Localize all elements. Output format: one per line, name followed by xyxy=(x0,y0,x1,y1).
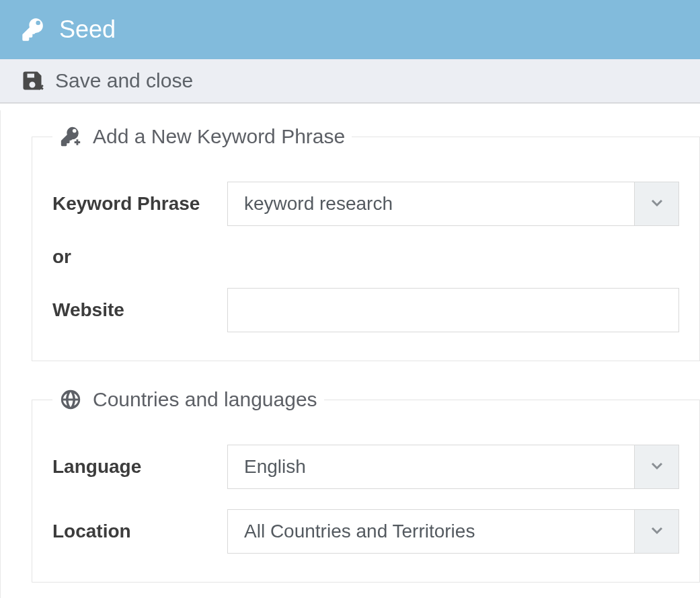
keyword-phrase-legend-text: Add a New Keyword Phrase xyxy=(93,125,345,148)
website-input[interactable] xyxy=(227,288,679,332)
key-plus-icon xyxy=(59,125,82,148)
keyword-phrase-row: Keyword Phrase keyword research xyxy=(52,182,679,226)
or-label: or xyxy=(52,246,71,268)
countries-languages-legend: Countries and languages xyxy=(52,388,324,411)
keyword-phrase-label: Keyword Phrase xyxy=(52,193,227,215)
chevron-down-icon xyxy=(649,457,665,476)
location-row: Location All Countries and Territories xyxy=(52,509,679,554)
keyword-phrase-value[interactable]: keyword research xyxy=(228,182,634,225)
chevron-down-icon xyxy=(649,194,665,213)
save-and-close-button[interactable]: Save and close xyxy=(0,59,700,104)
language-dropdown-button[interactable] xyxy=(634,445,678,488)
keyword-phrase-group: Add a New Keyword Phrase Keyword Phrase … xyxy=(32,125,700,361)
location-label: Location xyxy=(52,521,227,542)
language-row: Language English xyxy=(52,445,679,489)
or-row: or xyxy=(52,246,679,268)
language-label: Language xyxy=(52,456,227,478)
keyword-phrase-legend: Add a New Keyword Phrase xyxy=(52,125,352,148)
language-value[interactable]: English xyxy=(228,445,634,488)
location-dropdown-button[interactable] xyxy=(634,510,678,553)
globe-icon xyxy=(59,388,82,411)
content-area: Add a New Keyword Phrase Keyword Phrase … xyxy=(0,110,700,598)
website-row: Website xyxy=(52,288,679,332)
save-close-icon xyxy=(20,69,44,93)
countries-languages-group: Countries and languages Language English… xyxy=(32,388,700,583)
keyword-phrase-combobox[interactable]: keyword research xyxy=(227,182,679,226)
page-header: Seed xyxy=(0,0,700,59)
keyword-phrase-dropdown-button[interactable] xyxy=(634,182,678,225)
language-combobox[interactable]: English xyxy=(227,445,679,489)
key-icon xyxy=(20,16,47,43)
page-title: Seed xyxy=(59,15,116,44)
save-and-close-label: Save and close xyxy=(55,69,193,92)
location-value[interactable]: All Countries and Territories xyxy=(228,510,634,553)
website-label: Website xyxy=(52,299,227,321)
countries-languages-legend-text: Countries and languages xyxy=(93,388,317,411)
location-combobox[interactable]: All Countries and Territories xyxy=(227,509,679,554)
chevron-down-icon xyxy=(649,522,665,541)
